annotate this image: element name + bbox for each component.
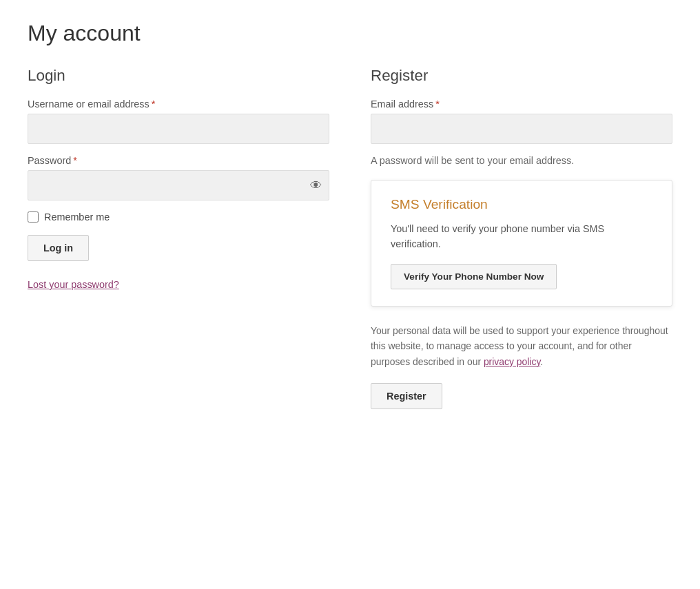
login-section: Login Username or email address* Passwor… — [28, 67, 329, 290]
remember-me-label[interactable]: Remember me — [44, 211, 110, 223]
register-button[interactable]: Register — [371, 383, 442, 409]
two-column-layout: Login Username or email address* Passwor… — [28, 67, 672, 409]
privacy-text-after: . — [540, 356, 543, 367]
password-field-wrapper: 👁 — [28, 170, 329, 200]
login-button[interactable]: Log in — [28, 235, 89, 261]
password-required-star: * — [73, 155, 77, 166]
lost-password-link[interactable]: Lost your password? — [28, 279, 329, 290]
remember-me-row: Remember me — [28, 211, 329, 223]
email-required-star: * — [435, 99, 440, 110]
username-input[interactable] — [28, 114, 329, 144]
sms-verification-card: SMS Verification You'll need to verify y… — [371, 180, 672, 307]
sms-card-title: SMS Verification — [391, 197, 652, 212]
remember-me-checkbox[interactable] — [28, 211, 39, 223]
sms-card-description: You'll need to verify your phone number … — [391, 222, 652, 251]
verify-phone-button[interactable]: Verify Your Phone Number Now — [391, 264, 557, 289]
password-label: Password* — [28, 155, 329, 166]
email-label: Email address* — [371, 99, 672, 110]
page-title: My account — [28, 21, 672, 46]
username-required-star: * — [152, 99, 156, 110]
privacy-policy-link[interactable]: privacy policy — [484, 356, 540, 367]
password-hint-text: A password will be sent to your email ad… — [371, 155, 672, 166]
toggle-password-icon[interactable]: 👁 — [310, 178, 322, 193]
register-section-title: Register — [371, 67, 672, 85]
email-input[interactable] — [371, 114, 672, 144]
username-label: Username or email address* — [28, 99, 329, 110]
password-input[interactable] — [28, 170, 329, 200]
register-section: Register Email address* A password will … — [371, 67, 672, 409]
privacy-policy-text: Your personal data will be used to suppo… — [371, 323, 672, 369]
login-section-title: Login — [28, 67, 329, 85]
